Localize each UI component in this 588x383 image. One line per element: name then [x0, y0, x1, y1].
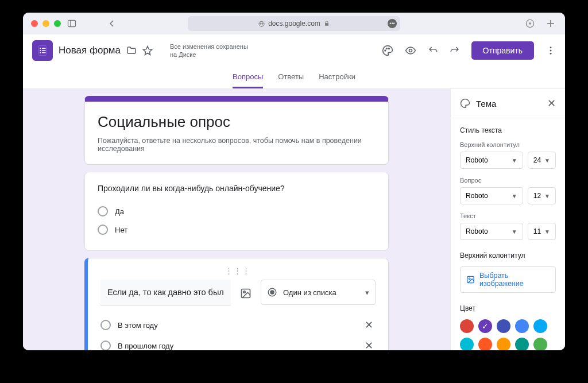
- question-title: Проходили ли вы когда-нибудь онлайн-обуч…: [98, 184, 376, 193]
- svg-point-12: [385, 50, 386, 51]
- form-header-card[interactable]: Социальные опрос Пожалуйста, ответьте на…: [84, 96, 389, 165]
- svg-rect-7: [42, 48, 45, 49]
- svg-point-13: [386, 48, 387, 49]
- color-swatches: ✓+: [460, 319, 556, 350]
- color-swatch[interactable]: [460, 319, 474, 333]
- header-size-select[interactable]: 24▼: [528, 152, 556, 169]
- color-swatch[interactable]: [497, 319, 510, 333]
- site-settings-icon[interactable]: •••: [388, 19, 397, 28]
- tab-settings[interactable]: Настройки: [319, 67, 355, 88]
- color-swatch[interactable]: [515, 338, 529, 350]
- text-style-heading: Стиль текста: [460, 126, 556, 134]
- remove-option-icon[interactable]: ✕: [362, 319, 376, 331]
- back-button[interactable]: [106, 17, 118, 30]
- radio-list-icon: [267, 287, 277, 297]
- chevron-down-icon: ▼: [544, 157, 550, 164]
- color-swatch[interactable]: [497, 338, 510, 350]
- svg-rect-0: [68, 21, 76, 27]
- chevron-down-icon: ▼: [544, 193, 550, 199]
- svg-point-15: [409, 49, 412, 52]
- svg-point-6: [40, 48, 41, 49]
- color-swatch[interactable]: [478, 338, 492, 350]
- choose-image-button[interactable]: Выбрать изображение: [460, 266, 556, 293]
- sidebar-toggle-icon[interactable]: [65, 17, 78, 30]
- browser-titlebar: docs.google.com •••: [23, 13, 565, 34]
- forms-logo-icon[interactable]: [32, 40, 53, 61]
- text-font-select[interactable]: Roboto▼: [460, 223, 523, 240]
- close-window-button[interactable]: [31, 20, 38, 27]
- new-tab-icon[interactable]: [544, 17, 557, 30]
- svg-point-10: [40, 52, 41, 53]
- folder-icon[interactable]: [126, 45, 137, 56]
- minimize-window-button[interactable]: [42, 20, 49, 27]
- chevron-down-icon: ▼: [544, 229, 550, 235]
- tab-questions[interactable]: Вопросы: [233, 67, 263, 88]
- color-swatch[interactable]: [515, 319, 529, 333]
- svg-rect-9: [42, 50, 45, 51]
- palette-icon: [460, 98, 470, 109]
- address-bar[interactable]: docs.google.com •••: [188, 16, 400, 31]
- radio-option[interactable]: Нет: [98, 220, 376, 239]
- question-size-select[interactable]: 12▼: [528, 187, 556, 204]
- svg-point-14: [388, 48, 389, 49]
- app-header: Новая форма Все изменения сохранены на Д…: [23, 34, 565, 67]
- theme-panel-title: Тема: [476, 99, 496, 109]
- radio-icon: [100, 320, 111, 330]
- form-tabs: Вопросы Ответы Настройки: [23, 67, 565, 89]
- radio-option[interactable]: Да: [98, 202, 376, 220]
- svg-point-24: [469, 278, 470, 279]
- question-type-select[interactable]: Один из списка ▾: [261, 280, 376, 305]
- chevron-down-icon: ▼: [512, 229, 517, 235]
- color-swatch[interactable]: ✓: [478, 319, 492, 333]
- lock-icon: [324, 21, 330, 26]
- chevron-down-icon: ▼: [512, 193, 517, 199]
- option-row: В этом году✕: [100, 315, 376, 335]
- question-card[interactable]: Проходили ли вы когда-нибудь онлайн-обуч…: [84, 172, 389, 251]
- palette-icon[interactable]: [382, 45, 393, 56]
- option-row: В прошлом году✕: [100, 335, 376, 350]
- save-status: Все изменения сохранены на Диске: [170, 42, 250, 59]
- star-icon[interactable]: [142, 45, 153, 56]
- remove-option-icon[interactable]: ✕: [362, 339, 376, 350]
- svg-point-17: [550, 50, 552, 52]
- more-menu-icon[interactable]: [546, 45, 556, 56]
- drag-handle-icon[interactable]: ⋮⋮⋮: [100, 266, 376, 275]
- window-controls: [31, 20, 61, 27]
- svg-rect-11: [42, 52, 45, 53]
- svg-point-18: [550, 53, 552, 55]
- question-font-select[interactable]: Roboto▼: [460, 187, 523, 204]
- globe-icon: [258, 21, 265, 27]
- redo-icon[interactable]: [450, 45, 460, 56]
- question-card-editing[interactable]: ⋮⋮⋮ Один из списка ▾ В этом году✕ В прош…: [84, 258, 389, 350]
- svg-point-22: [270, 291, 274, 294]
- send-button[interactable]: Отправить: [471, 41, 534, 60]
- undo-icon[interactable]: [428, 45, 438, 56]
- header-font-select[interactable]: Roboto▼: [460, 152, 523, 169]
- theme-panel: Тема ✕ Стиль текста Верхний колонтитул R…: [450, 89, 565, 350]
- radio-icon: [98, 206, 108, 216]
- url-text: docs.google.com: [268, 20, 320, 28]
- radio-icon: [98, 225, 108, 235]
- color-swatch[interactable]: [460, 338, 474, 350]
- svg-point-20: [243, 291, 245, 293]
- image-icon: [466, 275, 475, 284]
- downloads-icon[interactable]: [524, 17, 536, 30]
- chevron-down-icon: ▼: [512, 157, 517, 164]
- text-size-select[interactable]: 11▼: [528, 223, 556, 240]
- form-canvas: Социальные опрос Пожалуйста, ответьте на…: [23, 89, 450, 350]
- color-swatch[interactable]: [533, 338, 547, 350]
- chevron-down-icon: ▾: [365, 288, 369, 297]
- color-swatch[interactable]: [533, 319, 547, 333]
- add-image-icon[interactable]: [239, 287, 253, 300]
- question-input[interactable]: [100, 280, 231, 305]
- svg-point-16: [550, 47, 552, 48]
- tab-responses[interactable]: Ответы: [278, 67, 304, 88]
- close-icon[interactable]: ✕: [547, 97, 556, 110]
- maximize-window-button[interactable]: [54, 20, 61, 27]
- svg-point-8: [40, 50, 41, 51]
- form-description[interactable]: Пожалуйста, ответьте на несколько вопрос…: [98, 137, 376, 153]
- radio-icon: [100, 341, 111, 350]
- preview-icon[interactable]: [405, 45, 416, 56]
- form-heading[interactable]: Социальные опрос: [98, 113, 376, 131]
- form-title[interactable]: Новая форма: [59, 45, 121, 56]
